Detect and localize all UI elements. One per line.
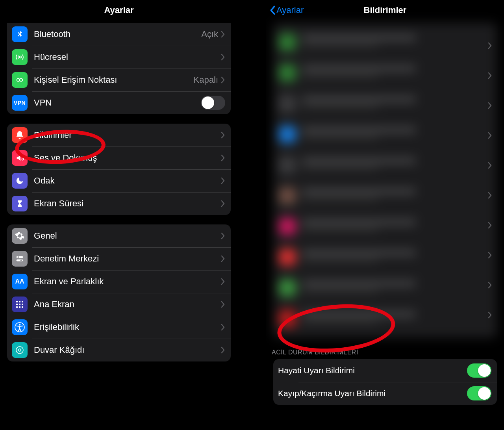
bell-icon bbox=[12, 127, 28, 143]
row-label: Duvar Kâğıdı bbox=[34, 345, 220, 355]
hourglass-icon bbox=[12, 196, 28, 211]
svg-rect-11 bbox=[19, 304, 20, 305]
chevron-right-icon bbox=[487, 132, 492, 139]
chevron-right-icon bbox=[487, 221, 492, 229]
moon-icon bbox=[12, 173, 28, 189]
row-label: Bluetooth bbox=[34, 29, 201, 39]
wallpaper-icon bbox=[12, 342, 28, 358]
chevron-right-icon bbox=[220, 300, 225, 308]
svg-rect-7 bbox=[16, 301, 18, 302]
toggle[interactable] bbox=[467, 386, 491, 400]
chevron-right-icon bbox=[220, 177, 225, 185]
speaker-icon bbox=[12, 150, 28, 166]
row-value: Kapalı bbox=[194, 75, 218, 85]
chevron-right-icon bbox=[487, 161, 492, 169]
row-label: VPN bbox=[34, 98, 201, 108]
chevron-right-icon bbox=[220, 323, 225, 331]
chevron-right-icon bbox=[220, 154, 225, 162]
hotspot-icon bbox=[12, 72, 28, 88]
settings-row-grid[interactable]: Ana Ekran bbox=[7, 293, 231, 316]
chevron-right-icon bbox=[220, 346, 225, 354]
chevron-right-icon bbox=[220, 232, 225, 240]
aa-icon: AA bbox=[12, 274, 28, 289]
chevron-right-icon bbox=[487, 102, 492, 109]
chevron-right-icon bbox=[220, 131, 225, 139]
chevron-right-icon bbox=[220, 278, 225, 285]
chevron-right-icon bbox=[220, 30, 225, 38]
svg-point-18 bbox=[19, 349, 21, 351]
bluetooth-icon bbox=[12, 26, 28, 42]
row-label: Hayati Uyarı Bildirimi bbox=[278, 366, 467, 375]
chevron-right-icon bbox=[487, 251, 492, 259]
row-label: Genel bbox=[34, 231, 220, 241]
svg-rect-10 bbox=[16, 304, 18, 305]
chevron-right-icon bbox=[487, 311, 492, 319]
row-label: Bildirimler bbox=[34, 130, 220, 140]
svg-point-0 bbox=[19, 57, 20, 58]
chevron-right-icon bbox=[487, 191, 492, 199]
svg-rect-9 bbox=[22, 301, 23, 302]
settings-row-switches[interactable]: Denetim Merkezi bbox=[7, 247, 231, 270]
settings-row-bluetooth[interactable]: BluetoothAçık bbox=[7, 23, 231, 46]
toggle[interactable] bbox=[467, 363, 491, 378]
settings-row-cellular[interactable]: Hücresel bbox=[7, 46, 231, 69]
nav-title: Bildirimler bbox=[364, 5, 407, 15]
row-label: Denetim Merkezi bbox=[34, 254, 220, 264]
grid-icon bbox=[12, 297, 28, 312]
svg-point-1 bbox=[17, 78, 20, 81]
gear-icon bbox=[12, 228, 28, 244]
row-label: Ekran Süresi bbox=[34, 198, 220, 209]
svg-rect-15 bbox=[22, 306, 23, 308]
row-label: Erişilebilirlik bbox=[34, 322, 220, 332]
emergency-section-header: ACİL DURUM BİLDİRİMLERİ bbox=[266, 338, 504, 359]
settings-row-hourglass[interactable]: Ekran Süresi bbox=[7, 192, 231, 215]
settings-row-moon[interactable]: Odak bbox=[7, 169, 231, 192]
accessibility-icon bbox=[12, 319, 28, 335]
emergency-alert-row[interactable]: Hayati Uyarı Bildirimi bbox=[273, 359, 497, 382]
back-label: Ayarlar bbox=[276, 5, 304, 15]
svg-rect-12 bbox=[22, 304, 23, 305]
row-label: Kayıp/Kaçırma Uyarı Bildirimi bbox=[278, 389, 467, 398]
svg-rect-13 bbox=[16, 306, 18, 308]
chevron-right-icon bbox=[487, 42, 492, 50]
settings-row-gear[interactable]: Genel bbox=[7, 224, 231, 247]
svg-point-5 bbox=[18, 256, 19, 258]
nav-bar: Ayarlar bbox=[0, 0, 238, 20]
settings-row-wallpaper[interactable]: Duvar Kâğıdı bbox=[7, 339, 231, 361]
row-label: Odak bbox=[34, 176, 220, 186]
row-label: Hücresel bbox=[34, 52, 220, 62]
svg-rect-14 bbox=[19, 306, 20, 308]
nav-title: Ayarlar bbox=[104, 5, 133, 15]
svg-point-17 bbox=[19, 324, 20, 325]
row-label: Ses ve Dokunuş bbox=[34, 153, 220, 163]
toggle[interactable] bbox=[201, 96, 225, 110]
settings-row-bell[interactable]: Bildirimler bbox=[7, 124, 231, 146]
chevron-right-icon bbox=[220, 53, 225, 61]
settings-screen: Ayarlar BluetoothAçıkHücreselKişisel Eri… bbox=[0, 0, 238, 430]
chevron-left-icon bbox=[269, 6, 276, 15]
svg-point-6 bbox=[20, 259, 22, 261]
svg-rect-3 bbox=[17, 256, 23, 258]
row-label: Ana Ekran bbox=[34, 299, 220, 310]
cellular-icon bbox=[12, 49, 28, 65]
app-notifications-list-blurred bbox=[266, 23, 504, 338]
emergency-alert-row[interactable]: Kayıp/Kaçırma Uyarı Bildirimi bbox=[273, 382, 497, 405]
svg-rect-4 bbox=[17, 259, 23, 261]
notifications-screen: Ayarlar Bildirimler ACİL DURUM BİLDİRİML… bbox=[266, 0, 504, 430]
switches-icon bbox=[12, 251, 28, 267]
settings-row-vpn[interactable]: VPNVPN bbox=[7, 91, 231, 114]
settings-row-hotspot[interactable]: Kişisel Erişim NoktasıKapalı bbox=[7, 69, 231, 91]
chevron-right-icon bbox=[487, 281, 492, 289]
settings-row-accessibility[interactable]: Erişilebilirlik bbox=[7, 316, 231, 339]
settings-row-aa[interactable]: AAEkran ve Parlaklık bbox=[7, 270, 231, 293]
chevron-right-icon bbox=[220, 255, 225, 263]
chevron-right-icon bbox=[220, 200, 225, 208]
chevron-right-icon bbox=[487, 72, 492, 80]
settings-row-speaker[interactable]: Ses ve Dokunuş bbox=[7, 146, 231, 169]
chevron-right-icon bbox=[220, 76, 225, 84]
nav-bar: Ayarlar Bildirimler bbox=[266, 0, 504, 20]
row-label: Ekran ve Parlaklık bbox=[34, 276, 220, 287]
back-button[interactable]: Ayarlar bbox=[269, 5, 304, 15]
svg-point-2 bbox=[20, 78, 22, 81]
row-value: Açık bbox=[201, 29, 218, 39]
